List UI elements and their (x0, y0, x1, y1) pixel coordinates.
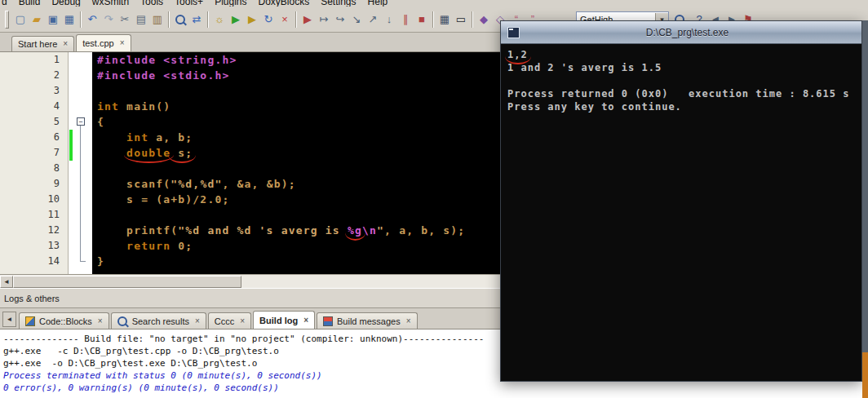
redo-icon[interactable]: ↷ (100, 11, 117, 28)
code-segment: printf( (97, 224, 178, 237)
tab-label: Build log (259, 316, 298, 325)
compile-icon[interactable]: ☼ (211, 11, 228, 28)
copy-icon[interactable]: ▤ (133, 11, 149, 28)
code-segment: #include <stdio.h> (97, 69, 229, 82)
cut-icon[interactable]: ✂ (117, 11, 133, 28)
logs-panel-title: Logs & others (4, 294, 60, 303)
run-to-cursor-icon[interactable]: ↦ (316, 11, 332, 28)
code-segment: a, b; (148, 131, 193, 144)
fold-cell: − (69, 114, 92, 130)
line-number: 9 (0, 176, 68, 192)
step-into-icon[interactable]: ↘ (348, 11, 365, 28)
console-body: 1,21 and 2 's averg is 1.5Process return… (501, 44, 861, 381)
break-debugger-icon[interactable]: ∥ (397, 11, 414, 28)
open-file-icon[interactable]: ▰ (29, 11, 45, 28)
menu-item-d[interactable]: d (0, 0, 13, 7)
close-icon[interactable]: × (240, 317, 245, 325)
fold-cell (69, 254, 92, 269)
menu-item-debug[interactable]: Debug (46, 0, 86, 7)
logs-tab-build-messages[interactable]: Build messages× (317, 312, 418, 329)
logs-tab-code-blocks[interactable]: Code::Blocks× (19, 312, 109, 329)
line-number: 3 (0, 83, 68, 99)
code-segment (97, 131, 126, 144)
tab-label: test.cpp (82, 38, 114, 48)
stop-debugger-icon[interactable]: ■ (414, 11, 430, 28)
console-window: D:\CB_prg\test.exe 1,21 and 2 's averg i… (500, 20, 862, 382)
toolbar-separator (432, 11, 434, 28)
line-number: 6 (0, 130, 68, 145)
paste-icon[interactable]: ▥ (149, 11, 166, 28)
run-icon[interactable]: ▶ (228, 11, 244, 28)
close-icon[interactable]: × (63, 40, 68, 48)
tab-label: Code::Blocks (39, 316, 92, 326)
rebuild-icon[interactable]: ↻ (260, 11, 277, 28)
close-icon[interactable]: × (303, 316, 308, 325)
line-number: 14 (0, 254, 68, 269)
doxyblocks-extract-docs-icon[interactable]: ◆ (476, 11, 492, 28)
log-line: 0 error(s), 0 warning(s) (0 minute(s), 0… (3, 382, 866, 394)
console-line: 1,2 (507, 48, 855, 61)
line-number: 13 (0, 238, 68, 254)
fold-cell (69, 83, 92, 99)
logs-tab-cccc[interactable]: Cccc× (208, 312, 251, 329)
logs-tab-build-log[interactable]: Build log× (253, 311, 315, 329)
tabs-scroll-left-icon[interactable]: ◄ (2, 312, 16, 327)
editor-gutter: 1234567891011121314 (0, 52, 69, 274)
console-titlebar[interactable]: D:\CB_prg\test.exe (501, 21, 861, 44)
menu-item-settings[interactable]: Settings (315, 0, 361, 7)
console-line (507, 74, 855, 87)
fold-cell (69, 238, 92, 254)
scrollbar-thumb[interactable] (13, 276, 241, 288)
code-segment: " (377, 224, 384, 237)
code-segment: "%d and %d 's averg is (178, 224, 348, 237)
toolbar-gap (541, 19, 574, 20)
fold-toggle-icon[interactable]: − (77, 117, 85, 126)
menu-bar: dBuildDebugwxSmithToolsTools+PluginsDoxy… (0, 0, 868, 7)
new-file-icon[interactable]: ▢ (12, 11, 29, 28)
toolbar-separator (207, 11, 209, 28)
menu-item-help[interactable]: Help (362, 0, 394, 7)
close-icon[interactable]: × (98, 317, 103, 325)
line-number: 1 (0, 52, 68, 68)
close-icon[interactable]: × (120, 39, 125, 47)
debug-continue-icon[interactable]: ▶ (299, 11, 316, 28)
code-segment: #include <string.h> (97, 54, 237, 66)
line-number: 8 (0, 161, 68, 176)
abort-build-icon[interactable]: × (277, 11, 293, 28)
editor-tab-start-here[interactable]: Start here× (11, 36, 74, 51)
menu-item-doxyblocks[interactable]: DoxyBlocks (253, 0, 316, 7)
logs-tab-search-results[interactable]: Search results× (111, 312, 206, 329)
replace-icon[interactable]: ⇄ (188, 11, 205, 28)
scroll-left-icon[interactable]: ◄ (0, 276, 13, 288)
menu-item-plugins[interactable]: Plugins (209, 0, 252, 7)
background-window-sliver (862, 20, 868, 398)
line-number: 11 (0, 207, 68, 223)
debugging-windows-icon[interactable]: ▦ (436, 11, 453, 28)
close-icon[interactable]: × (195, 317, 200, 325)
fold-cell (69, 130, 92, 145)
console-line: Press any key to continue. (507, 100, 855, 113)
close-icon[interactable]: × (406, 317, 411, 325)
step-out-icon[interactable]: ↗ (365, 11, 381, 28)
undo-icon[interactable]: ↶ (84, 11, 100, 28)
menu-item-tools[interactable]: Tools+ (169, 0, 209, 7)
tab-label: Start here (18, 39, 57, 49)
code-segment: return (126, 240, 170, 252)
fold-cell (69, 161, 92, 176)
menu-item-wxsmith[interactable]: wxSmith (86, 0, 135, 7)
red-annotation: double (126, 147, 170, 159)
show-console-icon[interactable]: ▭ (453, 11, 469, 28)
editor-tab-test-cpp[interactable]: test.cpp× (76, 34, 131, 51)
find-icon[interactable] (172, 11, 188, 28)
next-line-icon[interactable]: ↪ (332, 11, 348, 28)
line-number: 2 (0, 68, 68, 83)
line-number: 12 (0, 223, 68, 238)
build-and-run-icon[interactable]: ▶ (244, 11, 260, 28)
menu-item-tools[interactable]: Tools (135, 0, 169, 7)
next-instruction-icon[interactable]: ↓ (381, 11, 397, 28)
console-title: D:\CB_prg\test.exe (520, 27, 855, 38)
menu-item-build[interactable]: Build (13, 0, 46, 7)
save-icon[interactable]: ▣ (45, 11, 61, 28)
code-segment: scanf( (97, 178, 170, 190)
save-all-icon[interactable]: ▦ (61, 11, 78, 28)
